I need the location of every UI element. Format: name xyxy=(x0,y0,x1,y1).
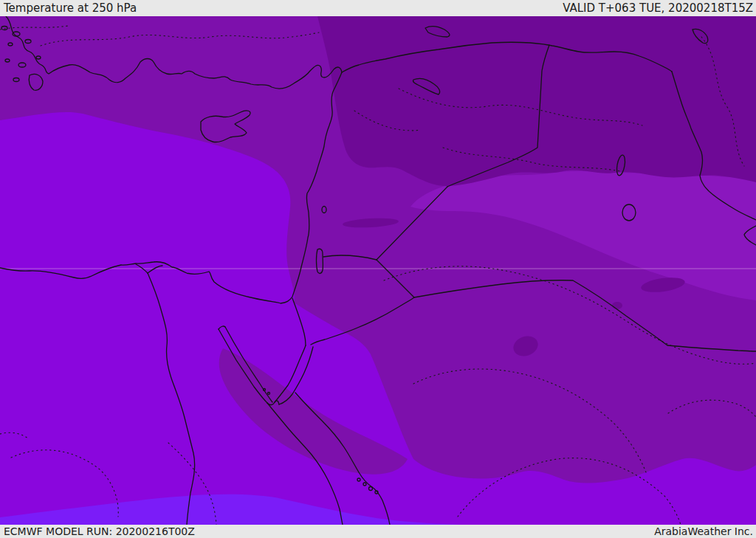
band-dark-purple-northeast xyxy=(317,16,756,186)
weather-map-page: Temperature at 250 hPa VALID T+063 TUE, … xyxy=(0,0,756,538)
provider-label: ArabiaWeather Inc. xyxy=(654,526,753,537)
header-bar: Temperature at 250 hPa VALID T+063 TUE, … xyxy=(0,0,756,16)
temperature-map-canvas xyxy=(0,16,756,525)
model-run-label: ECMWF MODEL RUN: 20200216T00Z xyxy=(4,526,195,537)
map-area xyxy=(0,16,756,525)
page-title: Temperature at 250 hPa xyxy=(4,3,137,14)
footer-bar: ECMWF MODEL RUN: 20200216T00Z ArabiaWeat… xyxy=(0,525,756,538)
valid-time-label: VALID T+063 TUE, 20200218T15Z xyxy=(563,3,753,14)
